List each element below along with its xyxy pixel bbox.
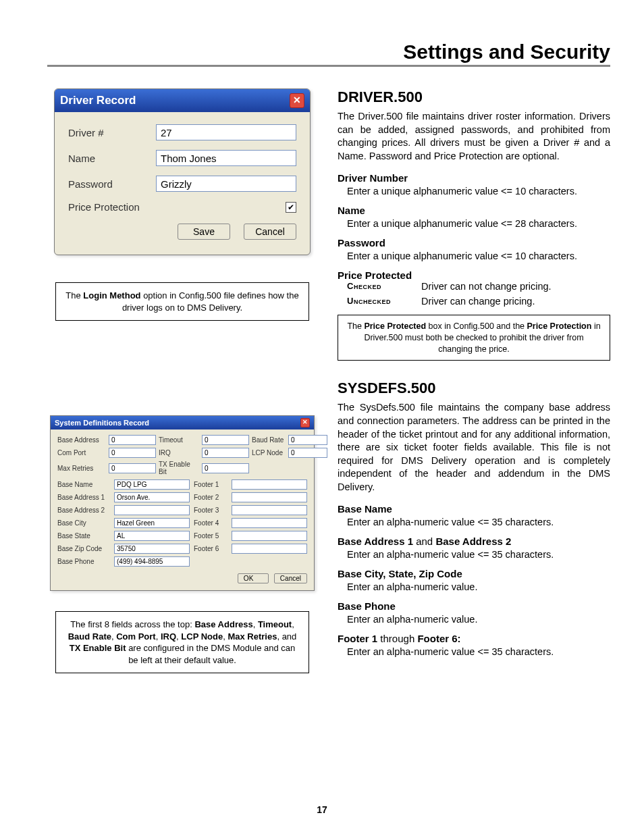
field-heading: Base Phone	[338, 600, 610, 612]
name-input[interactable]	[156, 150, 296, 166]
irq-input[interactable]	[202, 448, 249, 458]
field-heading: Name	[338, 205, 610, 216]
password-label: Password	[68, 178, 156, 190]
base-name-label: Base Name	[57, 481, 110, 488]
field-heading: Driver Number	[338, 172, 610, 184]
price-protection-checkbox[interactable]: ✔	[286, 202, 296, 213]
lcp-node-input[interactable]	[288, 448, 327, 458]
base-addr2-input[interactable]	[114, 505, 190, 515]
base-zip-input[interactable]	[114, 544, 190, 554]
irq-label: IRQ	[159, 449, 199, 457]
lcp-node-label: LCP Node	[252, 449, 286, 457]
price-protected-note: The Price Protected box in Config.500 an…	[338, 315, 610, 361]
field-heading: Password	[338, 237, 610, 249]
unchecked-label: Unchecked	[347, 296, 421, 307]
unchecked-text: Driver can change pricing.	[421, 296, 535, 307]
field-heading: Base City, State, Zip Code	[338, 568, 610, 579]
footer3-label: Footer 3	[194, 506, 227, 514]
baud-rate-label: Baud Rate	[252, 436, 286, 444]
checked-label: Checked	[347, 281, 421, 292]
sysdefs-note: The first 8 fields across the top: Base …	[55, 611, 309, 673]
field-description: Enter an alpha-numeric value.	[347, 581, 610, 594]
field-heading: Footer 1 through Footer 6:	[338, 633, 610, 644]
sysdefs-titlebar[interactable]: System Definitions Record ✕	[51, 416, 314, 429]
field-description: Enter a unique alphanumeric value <= 28 …	[347, 217, 610, 230]
base-address-label: Base Address	[57, 436, 106, 444]
base-phone-label: Base Phone	[57, 558, 110, 565]
max-retries-input[interactable]	[109, 463, 156, 473]
driver-record-dialog: Driver Record ✕ Driver # Name Password P…	[54, 88, 311, 255]
driver500-heading: DRIVER.500	[338, 88, 610, 106]
tx-enable-bit-label: TX Enable Bit	[159, 461, 199, 475]
footer6-label: Footer 6	[194, 545, 227, 552]
base-city-input[interactable]	[114, 518, 190, 528]
sysdefs-dialog: System Definitions Record ✕ Base Address…	[50, 415, 315, 591]
footer6-input[interactable]	[232, 544, 307, 554]
field-description: Enter an alpha-numeric value <= 35 chara…	[347, 548, 610, 561]
footer5-input[interactable]	[232, 531, 307, 541]
driver-number-label: Driver #	[68, 127, 156, 138]
base-city-label: Base City	[57, 519, 110, 527]
base-addr1-label: Base Address 1	[57, 494, 110, 501]
page-number: 17	[0, 804, 644, 815]
max-retries-label: Max Retries	[57, 465, 106, 472]
base-addr2-label: Base Address 2	[57, 506, 110, 514]
field-description: Enter a unique alphanumeric value <= 10 …	[347, 185, 610, 198]
footer3-input[interactable]	[232, 505, 307, 515]
field-description: Enter an alpha-numeric value <= 35 chara…	[347, 646, 610, 658]
base-address-input[interactable]	[109, 435, 156, 445]
close-icon[interactable]: ✕	[290, 93, 304, 108]
ok-button[interactable]: OK	[238, 573, 269, 583]
cancel-button[interactable]: Cancel	[244, 224, 296, 240]
close-icon[interactable]: ✕	[300, 418, 310, 427]
dialog-title: Driver Record	[60, 94, 136, 107]
timeout-label: Timeout	[159, 436, 199, 444]
footer2-input[interactable]	[232, 492, 307, 502]
checked-text: Driver can not change pricing.	[421, 281, 552, 292]
footer5-label: Footer 5	[194, 532, 227, 540]
timeout-input[interactable]	[202, 435, 249, 445]
cancel-button[interactable]: Cancel	[274, 573, 307, 583]
field-description: Enter a unique alphanumeric value <= 10 …	[347, 250, 610, 263]
footer4-label: Footer 4	[194, 519, 227, 527]
base-state-input[interactable]	[114, 531, 190, 541]
dialog-titlebar[interactable]: Driver Record ✕	[55, 89, 310, 112]
field-description: Enter an alpha-numeric value.	[347, 613, 610, 626]
base-addr1-input[interactable]	[114, 492, 190, 502]
com-port-input[interactable]	[109, 448, 156, 458]
com-port-label: Com Port	[57, 449, 106, 457]
base-phone-input[interactable]	[114, 556, 190, 567]
field-heading: Base Name	[338, 503, 610, 515]
page-title: Settings and Security	[47, 41, 610, 67]
price-protected-heading: Price Protected	[338, 269, 610, 281]
password-input[interactable]	[156, 176, 296, 192]
base-state-label: Base State	[57, 532, 110, 540]
field-heading: Base Address 1 and Base Address 2	[338, 536, 610, 547]
sysdefs500-heading: SYSDEFS.500	[338, 380, 610, 397]
tx-enable-bit-input[interactable]	[202, 463, 249, 473]
save-button[interactable]: Save	[178, 224, 230, 240]
footer1-label: Footer 1	[194, 481, 227, 488]
driver-number-input[interactable]	[156, 124, 296, 140]
login-method-note: The Login Method option in Config.500 fi…	[55, 282, 309, 321]
field-description: Enter an alpha-numeric value <= 35 chara…	[347, 516, 610, 529]
price-protection-label: Price Protection	[68, 201, 140, 213]
base-zip-label: Base Zip Code	[57, 545, 110, 552]
base-name-input[interactable]	[114, 479, 190, 490]
sysdefs500-paragraph: The SysDefs.500 file maintains the compa…	[338, 401, 610, 494]
footer1-input[interactable]	[232, 479, 307, 490]
baud-rate-input[interactable]	[288, 435, 327, 445]
footer2-label: Footer 2	[194, 494, 227, 501]
driver500-paragraph: The Driver.500 file maintains driver ros…	[338, 110, 610, 163]
footer4-input[interactable]	[232, 518, 307, 528]
name-label: Name	[68, 153, 156, 164]
sysdefs-title: System Definitions Record	[55, 419, 149, 427]
